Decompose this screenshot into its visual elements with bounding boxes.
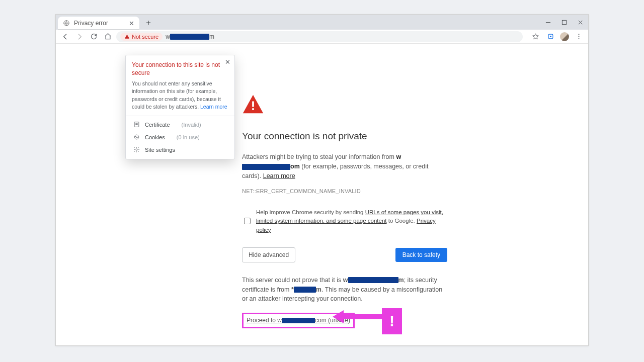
popup-body: You should not enter any sensitive infor… (132, 80, 228, 111)
new-tab-button[interactable]: ＋ (142, 17, 154, 29)
url-text: w m (166, 33, 214, 40)
cert-status: (Invalid) (182, 122, 201, 128)
svg-point-10 (134, 135, 139, 139)
site-settings-label: Site settings (145, 147, 175, 153)
svg-point-12 (137, 137, 137, 138)
svg-point-11 (135, 136, 136, 137)
globe-icon (63, 20, 70, 27)
toolbar: Not secure w m (56, 30, 588, 44)
extension-icon[interactable] (545, 31, 556, 42)
button-row: Hide advanced Back to safety (242, 247, 447, 262)
explain-paragraph: This server could not prove that it is w… (242, 276, 447, 304)
popup-row-cookies[interactable]: Cookies (0 in use) (132, 131, 228, 143)
optin-checkbox[interactable] (244, 209, 251, 233)
svg-point-13 (136, 138, 136, 138)
browser-window: Privacy error ✕ ＋ Not secure w m (55, 14, 589, 346)
tabstrip: Privacy error ✕ ＋ (56, 15, 540, 30)
svg-point-7 (578, 36, 579, 37)
close-tab-icon[interactable]: ✕ (129, 20, 134, 27)
bookmark-star-icon[interactable] (530, 31, 541, 42)
popup-learn-more-link[interactable]: Learn more (200, 104, 227, 110)
warning-triangle-icon (242, 93, 264, 115)
error-code: NET::ERR_CERT_COMMON_NAME_INVALID (242, 187, 447, 196)
hide-advanced-button[interactable]: Hide advanced (242, 247, 295, 262)
tab-active[interactable]: Privacy error ✕ (58, 17, 139, 30)
svg-rect-16 (252, 108, 254, 110)
window-maximize[interactable] (556, 15, 572, 30)
not-secure-label: Not secure (132, 34, 158, 40)
url-suffix: m (209, 33, 214, 40)
svg-point-6 (578, 34, 579, 35)
svg-rect-2 (127, 36, 127, 37)
cert-label: Certificate (145, 122, 170, 128)
nav-forward-button[interactable] (74, 31, 85, 42)
svg-point-8 (578, 38, 579, 39)
not-secure-pill[interactable]: Not secure (120, 33, 163, 41)
warning-paragraph: Attackers might be trying to steal your … (242, 152, 447, 180)
back-to-safety-button[interactable]: Back to safety (395, 248, 447, 262)
cookies-label: Cookies (145, 134, 165, 140)
optin-row[interactable]: Help improve Chrome security by sending … (242, 208, 447, 234)
redacted-host (282, 318, 315, 323)
nav-home-button[interactable] (102, 31, 113, 42)
error-page-content: Your connection is not private Attackers… (242, 93, 447, 328)
address-bar[interactable]: Not secure w m (116, 31, 523, 42)
svg-point-5 (549, 36, 551, 37)
svg-rect-15 (252, 102, 254, 107)
menu-kebab-icon[interactable] (573, 31, 584, 42)
certificate-icon (133, 121, 140, 128)
redacted-cert (294, 287, 316, 293)
titlebar: Privacy error ✕ ＋ (56, 15, 588, 30)
window-controls (540, 15, 588, 30)
site-security-popup: ✕ Your connection to this site is not se… (125, 55, 235, 159)
window-minimize[interactable] (540, 15, 556, 30)
toolbar-right-cluster (530, 31, 584, 42)
optin-text: Help improve Chrome security by sending … (256, 208, 447, 234)
nav-back-button[interactable] (60, 31, 71, 42)
window-close[interactable] (572, 15, 588, 30)
redacted-host (170, 34, 209, 40)
page-title: Your connection is not private (242, 129, 447, 144)
svg-point-14 (135, 149, 137, 150)
tab-title: Privacy error (74, 20, 108, 27)
gear-icon (133, 146, 140, 153)
profile-avatar[interactable] (560, 32, 569, 41)
learn-more-link[interactable]: Learn more (263, 172, 295, 179)
redacted-host (348, 277, 398, 283)
svg-rect-1 (562, 20, 566, 24)
redacted-host (242, 164, 290, 170)
popup-row-certificate[interactable]: Certificate (Invalid) (132, 118, 228, 131)
proceed-unsafe-link[interactable]: Proceed to wcom (unsafe) (247, 317, 350, 324)
nav-reload-button[interactable] (88, 31, 99, 42)
popup-row-site-settings[interactable]: Site settings (132, 143, 228, 156)
warning-icon (124, 34, 130, 39)
svg-rect-3 (127, 38, 127, 38)
popup-title: Your connection to this site is not secu… (132, 61, 228, 77)
proceed-highlight: Proceed to wcom (unsafe) (242, 313, 355, 328)
url-prefix: w (166, 33, 170, 40)
cookies-status: (0 in use) (177, 134, 200, 140)
cookie-icon (133, 134, 140, 140)
close-icon[interactable]: ✕ (225, 58, 230, 66)
